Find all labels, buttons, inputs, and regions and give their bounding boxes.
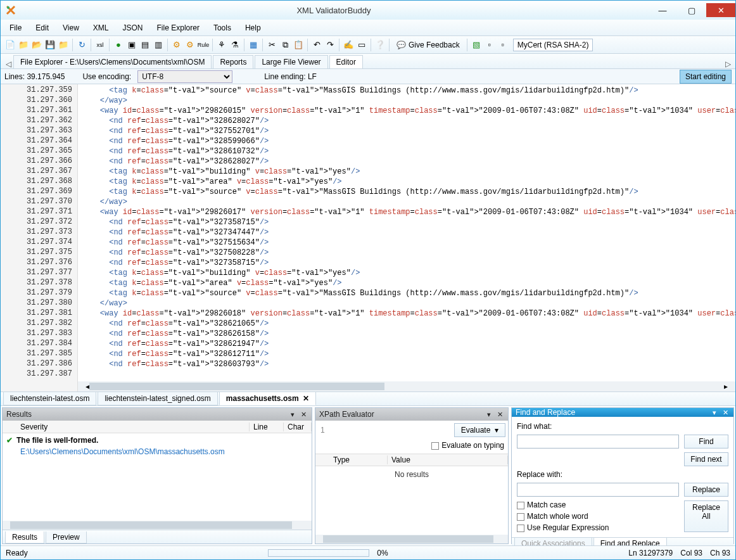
dropdown-icon[interactable]: ▾ [485, 410, 493, 419]
menu-tools[interactable]: Tools [207, 21, 238, 35]
xpath-header[interactable]: XPath Evaluator ▾ ✕ [315, 408, 508, 421]
code-line[interactable]: <nd ref=class="t-val">"328621947"/> [82, 339, 735, 349]
close-panel-icon[interactable]: ✕ [495, 410, 504, 419]
dropdown-icon[interactable]: ▾ [710, 409, 719, 417]
cert-selector[interactable]: MyCert (RSA SHA-2) [513, 39, 593, 51]
start-editing-button[interactable]: Start editing [680, 70, 732, 84]
match-whole-checkbox[interactable] [517, 513, 524, 521]
open-folder-icon[interactable]: 📁 [58, 39, 69, 51]
code-line[interactable]: <nd ref=class="t-val">"327508228"/> [82, 248, 735, 258]
copy-icon[interactable]: ⧉ [279, 39, 291, 51]
col-line[interactable]: Line [250, 423, 284, 431]
code-line[interactable]: <way id=class="t-val">"29826015" version… [82, 106, 735, 116]
code-line[interactable]: <nd ref=class="t-val">"327358715"/> [82, 217, 735, 227]
code-line[interactable]: <nd ref=class="t-val">"328599066"/> [82, 136, 735, 146]
new-file-icon[interactable]: 📄 [4, 39, 16, 51]
xpath-hscroll[interactable] [315, 535, 508, 544]
menu-view[interactable]: View [56, 21, 86, 35]
validate-ok-icon[interactable]: ● [113, 39, 124, 51]
transform2-icon[interactable]: ⚙ [184, 39, 196, 51]
open-icon[interactable]: 📂 [31, 39, 42, 51]
main-tab[interactable]: Large File Viewer [255, 55, 327, 68]
undo-icon[interactable]: ↶ [311, 39, 322, 51]
rule-icon[interactable]: Rule [198, 39, 209, 51]
h-scrollbar[interactable]: ◂ ▸ [78, 381, 735, 391]
code-line[interactable]: <nd ref=class="t-val">"327515634"/> [82, 238, 735, 248]
file-tab[interactable]: liechtenstein-latest_signed.osm [98, 392, 217, 405]
code-line[interactable]: <nd ref=class="t-val">"328603793"/> [82, 359, 735, 369]
transform-icon[interactable]: ⚙ [171, 39, 182, 51]
result-path-link[interactable]: E:\Users\Clemens\Documents\xml\OSM\massa… [3, 447, 312, 459]
paste-icon[interactable]: 📋 [293, 39, 304, 51]
close-button[interactable]: ✕ [706, 3, 735, 17]
cut-icon[interactable]: ✂ [266, 39, 277, 51]
find-button[interactable]: Find [684, 435, 728, 449]
menu-edit[interactable]: Edit [29, 21, 55, 35]
results-tab-preview[interactable]: Preview [46, 531, 87, 544]
code-area[interactable]: <tag k=class="t-val">"source" v=class="t… [78, 84, 735, 381]
code-line[interactable]: <nd ref=class="t-val">"327358715"/> [82, 258, 735, 268]
main-tab[interactable]: Editor [329, 55, 363, 68]
code-line[interactable]: <nd ref=class="t-val">"328612711"/> [82, 349, 735, 359]
tabstrip-right-arrow[interactable]: ▷ [723, 60, 733, 68]
results-tab-results[interactable]: Results [5, 531, 44, 544]
find-what-input[interactable] [517, 435, 679, 449]
save-icon[interactable]: 💾 [44, 39, 56, 51]
close-panel-icon[interactable]: ✕ [299, 410, 308, 419]
menu-file[interactable]: File [3, 21, 28, 35]
help-icon[interactable]: ❔ [374, 39, 386, 51]
code-line[interactable]: <nd ref=class="t-val">"328628027"/> [82, 116, 735, 126]
col-type[interactable]: Type [329, 455, 388, 464]
code-line[interactable]: <nd ref=class="t-val">"328621065"/> [82, 319, 735, 329]
eval-on-typing-checkbox[interactable] [431, 442, 439, 450]
col-char[interactable]: Char [284, 423, 312, 431]
file-tab[interactable]: liechtenstein-latest.osm [3, 392, 96, 405]
col-severity[interactable]: Severity [16, 423, 250, 431]
xsl-icon[interactable]: xsl [94, 39, 106, 51]
code-line[interactable]: <way id=class="t-val">"29826018" version… [82, 309, 735, 319]
code-line[interactable]: <tag k=class="t-val">"source" v=class="t… [82, 86, 735, 96]
results-header[interactable]: Results ▾ ✕ [3, 408, 312, 421]
code-line[interactable]: <tag k=class="t-val">"source" v=class="t… [82, 288, 735, 298]
file-tab[interactable]: massachusetts.osm ✕ [219, 392, 316, 405]
code-line[interactable]: <nd ref=class="t-val">"328626158"/> [82, 329, 735, 339]
refresh-icon[interactable]: ↻ [76, 39, 87, 51]
minimize-button[interactable]: — [648, 3, 677, 17]
find-header[interactable]: Find and Replace ▾ ✕ [512, 408, 733, 417]
code-line[interactable]: <tag k=class="t-val">"building" v=class=… [82, 268, 735, 278]
result-row[interactable]: ✔ The file is well-formed. [3, 433, 312, 447]
col-value[interactable]: Value [388, 455, 508, 464]
redo-icon[interactable]: ↷ [324, 39, 336, 51]
code-line[interactable]: </way> [82, 298, 735, 309]
menu-json[interactable]: JSON [117, 21, 149, 35]
verify-icon[interactable]: ▭ [356, 39, 367, 51]
cert-export-icon[interactable]: ▫ [497, 39, 509, 51]
titlebar[interactable]: XML ValidatorBuddy — ▢ ✕ [1, 1, 735, 20]
tool2-icon[interactable]: ⚗ [229, 39, 241, 51]
sign-icon[interactable]: ✍ [343, 39, 354, 51]
replace-button[interactable]: Replace [684, 483, 728, 497]
results-hscroll[interactable] [3, 521, 312, 530]
maximize-button[interactable]: ▢ [677, 3, 706, 17]
menu-help[interactable]: Help [239, 21, 267, 35]
code-line[interactable]: <tag k=class="t-val">"area" v=class="t-v… [82, 177, 735, 187]
compare-icon[interactable]: ▦ [248, 39, 259, 51]
code-line[interactable]: <nd ref=class="t-val">"328628027"/> [82, 156, 735, 167]
new-folder-icon[interactable]: 📁 [18, 39, 29, 51]
feedback-button[interactable]: 💬Give Feedback [393, 39, 464, 51]
dropdown-icon[interactable]: ▾ [288, 410, 297, 419]
schema-icon[interactable]: ▥ [153, 39, 164, 51]
close-panel-icon[interactable]: ✕ [721, 409, 730, 417]
menu-xml[interactable]: XML [87, 21, 115, 35]
cert-doc-icon[interactable]: ▫ [484, 39, 495, 51]
main-tab[interactable]: File Explorer - E:\Users\Clemens\Documen… [13, 55, 212, 68]
validate-icon[interactable]: ▣ [126, 39, 137, 51]
validate-batch-icon[interactable]: ▤ [139, 39, 151, 51]
code-line[interactable]: </way> [82, 197, 735, 207]
code-line[interactable]: <tag k=class="t-val">"building" v=class=… [82, 167, 735, 177]
menu-file-explorer[interactable]: File Explorer [151, 21, 206, 35]
tool-icon[interactable]: ⚘ [216, 39, 227, 51]
scroll-right-icon[interactable]: ▸ [724, 382, 728, 391]
match-case-checkbox[interactable] [517, 502, 524, 509]
find-next-button[interactable]: Find next [684, 452, 728, 466]
